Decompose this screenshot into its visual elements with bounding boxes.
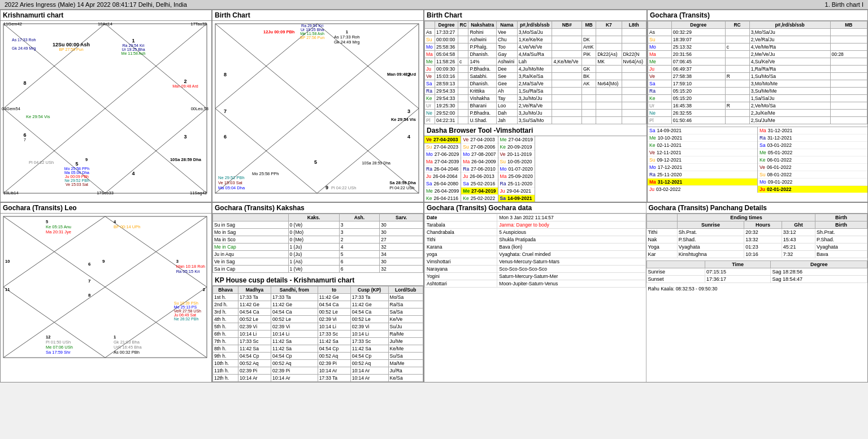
dasha-extra-cols: Sa14-09-2021 Me10-10-2021 Ke02-11-2021 V… (648, 127, 867, 193)
kp-h4: 4 (111, 157, 156, 190)
bottom-row: Gochara (Transits) Leo 4 BP 00:14 UPh 3 (0, 202, 868, 383)
kph-11: 11th h.02:39 Pi02:39 Pi10:14 Ar10:14 ArJ… (213, 367, 423, 375)
rahu-kaala: Rahu Kaala: 08:32:53 - 09:50:30 (646, 285, 868, 293)
gt-ma: Ma20:31:562,Me/Ve/Ju00:28 (648, 51, 867, 58)
gochara-leo-svg (1, 214, 210, 360)
gochara-godata-title: Gochara (Transits) Gochara data (424, 203, 646, 214)
gl-h8: 5 Ke 05:15 Anu Ma 20:31 Jye (46, 219, 71, 234)
gg-chandra: Chandrabala5 Auspicious (425, 229, 646, 236)
kph-6: 6th h.10:14 Li10:14 Li17:33 Sc10:14 LiRa… (213, 331, 423, 338)
gochara-transits-panel: Gochara (Transits) Degree RC p#,lrd/sb/s… (647, 10, 868, 202)
gochara-godata-panel: Gochara (Transits) Gochara data DateMon … (424, 203, 646, 382)
krishnamurti-title: Krishnamurti chart (1, 10, 211, 21)
gl-h1: 4 BP 00:14 UPh (114, 219, 140, 229)
kp-top-label: 10Ari14 (98, 21, 112, 27)
kak-ve: Ve in Sag1 (As)630 (213, 258, 423, 266)
kp-house-panel: KP House cusp details - Krishnamurti cha… (212, 275, 423, 382)
dasha-ve-date: 27-04-2003 (433, 137, 458, 142)
bc-chart-svg (212, 21, 422, 196)
kp-h2: 2 Man 09:48 Ard (166, 66, 205, 100)
bt-col-k7: K7 (596, 21, 622, 29)
bc-h1: 1 As 17:33 Roh Gk 24:49 Mrg (334, 29, 359, 45)
gochara-leo-chart: 4 BP 00:14 UPh 3 Man 10:18 Roh Ra 05:15 … (1, 214, 210, 360)
bt-col-rc: RC (458, 21, 468, 29)
gl-h7: 10 (5, 259, 10, 264)
kp-h3: 3 (166, 120, 205, 154)
gl-h6: 11 (5, 287, 10, 292)
bt-row-pl: Pl04:22:31U.Shad.Jah3,Su/Sa/Mo (425, 117, 646, 124)
panchang-title: Gochara (Transits) Panchang Details (646, 203, 868, 214)
kp-ml-label: 04Gem54 (2, 106, 20, 111)
kp-pl: Pl 04:22 USh (29, 160, 54, 165)
gg-tarabala: TarabalaJanma: Danger to body (425, 221, 646, 229)
bc-h6-num: 6 (224, 134, 227, 140)
kak-sa: Sa in Cap1 (Ve)632 (213, 266, 423, 273)
bt-row-ur: Ur19:25:30BharaniLoo2,Ve/Ra/Ve (425, 102, 646, 110)
panchang-times-table: Time Degree Sunrise07:15:15Sag 18:28:56 … (646, 260, 868, 283)
kph-4: 4th h.00:52 Le00:52 Le02:39 Vi00:52 LeKe… (213, 316, 423, 323)
bc-h2-num: 2 (407, 72, 410, 77)
top-row: Krishnamurti chart 10Ari14 11Gem42 1 (0, 10, 868, 202)
gg-yogini: YoginiSaturn-Mercury-Saturn-Mer (425, 273, 646, 280)
pan-sunset: Sunset17:36:17Sag 18:54:47 (646, 276, 867, 283)
gl-h9: 6 (88, 262, 90, 267)
kp-mr-label: 00Leo,53 (191, 106, 209, 111)
birth-chart-title: Birth Chart (212, 10, 423, 21)
bc-sa: 10Sa 28:59 Dha (362, 161, 390, 165)
bt-row-me: Me11:58:26c14%AshwiniLah4,Ke/Me/VeMKNv64… (425, 58, 646, 66)
gochara-godata-table: DateMon 3 Jan 2022 11:14:57 TarabalaJanm… (424, 214, 646, 288)
gochara-kakshas-panel: Gochara (Transits) Kakshas Kaks. Ash. Sa… (212, 202, 424, 383)
title-left: 2022 Aries Ingress (Male) 14 Apr 2022 08… (5, 1, 187, 8)
gl-h11: 8 (88, 293, 90, 298)
gt-sa: Sa17:59:103,Mo/Mo/Me (648, 80, 867, 88)
kph-10: 10th h.00:52 Aq00:52 Aq02:39 Pi00:52 AqM… (213, 360, 423, 367)
kak-ma: Ma in Sco0 (Me)227 (213, 236, 423, 244)
gochara-transits-title: Gochara (Transits) (648, 10, 867, 21)
birth-data-table: Degree RC Nakshatra Nama p#,lrd/sb/ssb N… (424, 21, 646, 124)
birth-table-panel: Birth Chart Degree RC Nakshatra Nama p#,… (424, 10, 647, 202)
panchang-table: Ending times Birth Sunrise Hours Ght Bir… (646, 214, 868, 258)
gt-ra: Ra05:15:203,Su/Me/Me (648, 88, 867, 95)
bt-row-ju: Ju00:09:30P.Bhadra.Dee4,Ju/Mo/MeGK (425, 66, 646, 73)
gt-ke: Ke05:15:201,Sa/Sa/Ju (648, 95, 867, 102)
gg-narayana: NarayanaSco-Sco-Sco-Sco-Sco (425, 266, 646, 273)
bc-h5: Mo 25:58 PPh (252, 171, 279, 176)
bt-row-ve: Ve15:03:16Satabhi.See3,Ra/Ke/SaBK (425, 73, 646, 80)
kph-8: 8th h.11:42 Sa11:42 Sa04:54 Cp11:42 SaKe… (213, 345, 423, 353)
kakshas-table: Kaks. Ash. Sarv. Su in Sag0 (Ve)330 Mo i… (212, 214, 423, 273)
bc-h8: Ke 29:54 Vis (391, 117, 416, 122)
panchang-ending-header: Ending times (677, 214, 815, 221)
kp-house-table: Bhava Madhya Sandhi, from to Cusp (KP) L… (212, 286, 423, 382)
kp-h5: 5 Mo 25:58 PPh Ma 05:04 Dha Ju 00:09 PBh… (51, 157, 102, 190)
bt-row-as: As17:33:27RohiniVee3,Mo/Sa/Ju (425, 29, 646, 36)
kp-h6: 6 7 (5, 120, 45, 154)
bc-h10: Sa 28:59 Dha Pl 04:22 USh (389, 180, 416, 190)
gt-me: Me07:06:454,Su/Ke/Ve (648, 58, 867, 66)
bt-row-ra: Ra29:54:33KrittikaAh1,Su/Ra/Sa (425, 88, 646, 95)
kak-su: Su in Sag0 (Ve)330 (213, 221, 423, 229)
pan-sunrise: Sunrise07:15:15Sag 18:28:56 (646, 268, 867, 276)
birth-chart-panel: Birth Chart 1 As 17:33 Roh Gk 24:49 Mrg (212, 10, 424, 202)
pan-yoga: YogaVyaghata01:2345:21Vyaghata (646, 244, 867, 251)
kp-house-title: KP House cusp details - Krishnamurti cha… (212, 275, 423, 286)
dasha-content: Ve 27-04-2003 Su27-04-2023 Mo27-06-2029 … (424, 136, 646, 202)
gochara-bottom-right: Gochara (Transits) Gochara data DateMon … (424, 202, 868, 383)
bt-col-planet (425, 21, 435, 29)
gl-su: Su 18:39 PSh Mo 25:13 PS VeR 27:58 USh J… (174, 301, 201, 321)
gt-ju: Ju06:49:371,Ra/Ra/Ra (648, 66, 867, 73)
gt-ve: Ve27:58:38R1,Su/Mo/Sa (648, 73, 867, 80)
bc-h9-label: 9 Pl 04:22 USh (326, 185, 356, 190)
gg-tithi: TithiShukla Pratipada (425, 236, 646, 244)
kak-me: Me in Cap1 (Ju)432 (213, 244, 423, 251)
kp-br-label: 11Sag42 (190, 190, 207, 195)
bt-row-ne: Ne29:52:00P.Bhadra.Dah3,Ju/Mo/Ju (425, 110, 646, 117)
gt-ur: Ur16:45:38R2,Ve/Mo/Sa (648, 102, 867, 110)
kph-5: 5th h.02:39 Vi02:39 Vi10:14 Li02:39 ViSu… (213, 323, 423, 331)
bc-h4-num: 4 (407, 134, 410, 140)
dasha-col5: Ma31-12-2021 Ra31-12-2021 Sa03-01-2022 M… (758, 127, 867, 193)
bc-h3-num: 3 (407, 108, 410, 114)
bt-col-nb: NB# (552, 21, 582, 29)
kph-9: 9th h.04:54 Cp04:54 Cp00:52 Aq04:54 CpSu… (213, 353, 423, 360)
pan-kar: KarKinshtughna10:167:32Bava (646, 251, 867, 258)
kp-h8: 12Su 00:00 Ash BP 27:56 Pun (46, 29, 97, 63)
